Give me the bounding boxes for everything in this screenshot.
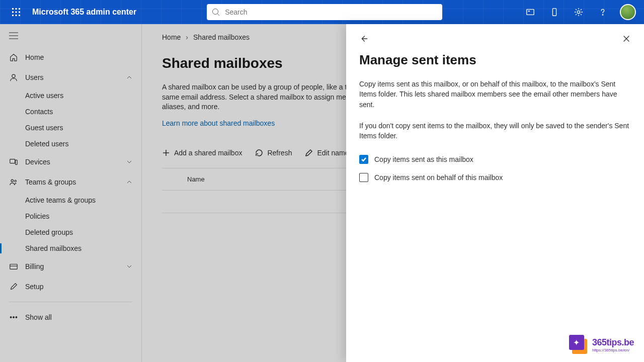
search-box[interactable] bbox=[207, 4, 442, 20]
nav-toggle-icon[interactable] bbox=[0, 29, 141, 47]
search-input[interactable] bbox=[225, 8, 437, 16]
svg-rect-22 bbox=[16, 160, 18, 164]
nav-deleted-groups[interactable]: Deleted groups bbox=[0, 224, 141, 240]
top-header: Microsoft 365 admin center bbox=[0, 0, 644, 24]
settings-icon[interactable] bbox=[568, 0, 590, 24]
updates-icon[interactable] bbox=[519, 0, 541, 24]
manage-sent-items-panel: Manage sent items Copy items sent as thi… bbox=[346, 24, 644, 362]
checkbox-sent-as-label: Copy items sent as this mailbox bbox=[374, 155, 473, 163]
app-launcher-icon[interactable] bbox=[4, 0, 28, 24]
watermark-logo: ✦ 365tips.be https://365tips.be/en/ bbox=[569, 335, 634, 355]
chevron-up-icon bbox=[126, 74, 132, 80]
panel-para1: Copy items sent as this mailbox, or on b… bbox=[359, 79, 631, 110]
watermark-brand: 365tips.be bbox=[592, 337, 634, 348]
chevron-down-icon bbox=[126, 159, 132, 165]
refresh-button[interactable]: Refresh bbox=[255, 149, 292, 157]
nav-setup[interactable]: Setup bbox=[0, 277, 141, 297]
nav-active-users[interactable]: Active users bbox=[0, 87, 141, 104]
nav-show-all[interactable]: Show all bbox=[0, 307, 141, 327]
svg-rect-11 bbox=[527, 10, 534, 15]
nav-divider bbox=[9, 302, 132, 302]
billing-icon bbox=[9, 262, 18, 271]
add-label: Add a shared mailbox bbox=[174, 149, 242, 157]
svg-rect-21 bbox=[10, 159, 15, 163]
watermark-url: https://365tips.be/en/ bbox=[592, 348, 634, 352]
search-icon bbox=[212, 8, 220, 16]
svg-rect-7 bbox=[16, 15, 17, 16]
user-avatar[interactable] bbox=[620, 4, 636, 20]
svg-point-24 bbox=[15, 180, 17, 182]
nav-teams[interactable]: Teams & groups bbox=[0, 172, 141, 192]
checkmark-icon bbox=[361, 156, 367, 162]
svg-rect-8 bbox=[19, 15, 20, 16]
close-icon[interactable] bbox=[622, 34, 631, 43]
nav-billing-label: Billing bbox=[25, 262, 44, 270]
svg-rect-25 bbox=[10, 264, 17, 269]
column-name: Name bbox=[187, 175, 205, 183]
nav-deleted-users[interactable]: Deleted users bbox=[0, 136, 141, 152]
svg-point-23 bbox=[11, 179, 14, 182]
breadcrumb-separator: › bbox=[186, 33, 188, 41]
home-icon bbox=[9, 53, 18, 62]
chevron-up-icon bbox=[126, 179, 132, 185]
svg-rect-3 bbox=[12, 12, 14, 13]
svg-line-10 bbox=[217, 14, 219, 16]
svg-point-27 bbox=[10, 317, 12, 318]
watermark-badge-icon: ✦ bbox=[569, 335, 589, 355]
help-icon[interactable] bbox=[592, 0, 614, 24]
nav-users[interactable]: Users bbox=[0, 67, 141, 87]
nav-devices-label: Devices bbox=[25, 158, 50, 166]
add-mailbox-button[interactable]: Add a shared mailbox bbox=[162, 149, 242, 157]
edit-label: Edit name bbox=[317, 149, 349, 157]
checkbox-row-sent-as: Copy items sent as this mailbox bbox=[359, 155, 631, 164]
phone-icon[interactable] bbox=[543, 0, 566, 24]
refresh-icon bbox=[255, 149, 263, 157]
svg-point-15 bbox=[577, 11, 580, 13]
nav-teams-label: Teams & groups bbox=[25, 178, 76, 186]
svg-rect-0 bbox=[12, 8, 14, 10]
breadcrumb-current: Shared mailboxes bbox=[193, 33, 250, 41]
nav-home[interactable]: Home bbox=[0, 47, 141, 67]
nav-users-label: Users bbox=[25, 73, 44, 81]
nav-billing[interactable]: Billing bbox=[0, 256, 141, 277]
setup-icon bbox=[9, 282, 18, 291]
learn-more-link[interactable]: Learn more about shared mailboxes bbox=[162, 119, 275, 127]
svg-point-28 bbox=[13, 317, 15, 318]
app-title: Microsoft 365 admin center bbox=[32, 8, 136, 17]
edit-icon bbox=[305, 149, 313, 157]
nav-shared-mailboxes[interactable]: Shared mailboxes bbox=[0, 240, 141, 256]
svg-point-29 bbox=[16, 317, 17, 318]
svg-rect-4 bbox=[16, 12, 17, 13]
devices-icon bbox=[9, 157, 18, 166]
panel-para2: If you don't copy sent items to the mail… bbox=[359, 121, 631, 141]
svg-point-9 bbox=[213, 9, 218, 15]
checkbox-on-behalf[interactable] bbox=[359, 173, 368, 182]
sidebar: Home Users Active users Contacts Guest u… bbox=[0, 24, 142, 362]
nav-show-all-label: Show all bbox=[25, 313, 52, 321]
svg-point-20 bbox=[12, 74, 15, 77]
svg-rect-5 bbox=[19, 12, 20, 13]
svg-rect-2 bbox=[19, 8, 20, 10]
panel-title: Manage sent items bbox=[359, 52, 631, 68]
nav-guest-users[interactable]: Guest users bbox=[0, 120, 141, 136]
svg-rect-6 bbox=[12, 15, 14, 16]
nav-setup-label: Setup bbox=[25, 283, 44, 291]
user-icon bbox=[9, 73, 18, 82]
checkbox-row-on-behalf: Copy items sent on behalf of this mailbo… bbox=[359, 173, 631, 182]
checkbox-on-behalf-label: Copy items sent on behalf of this mailbo… bbox=[374, 173, 503, 182]
plus-icon bbox=[162, 149, 170, 157]
nav-home-label: Home bbox=[25, 53, 44, 61]
back-icon[interactable] bbox=[359, 34, 368, 43]
nav-policies[interactable]: Policies bbox=[0, 208, 141, 224]
breadcrumb-home[interactable]: Home bbox=[162, 33, 181, 41]
checkbox-sent-as[interactable] bbox=[359, 155, 368, 164]
svg-rect-12 bbox=[528, 11, 530, 12]
teams-icon bbox=[9, 177, 18, 187]
nav-devices[interactable]: Devices bbox=[0, 152, 141, 172]
ellipsis-icon bbox=[9, 313, 18, 322]
edit-name-button[interactable]: Edit name bbox=[305, 149, 349, 157]
svg-rect-1 bbox=[16, 8, 17, 10]
nav-contacts[interactable]: Contacts bbox=[0, 104, 141, 120]
refresh-label: Refresh bbox=[267, 149, 292, 157]
nav-active-teams[interactable]: Active teams & groups bbox=[0, 192, 141, 208]
